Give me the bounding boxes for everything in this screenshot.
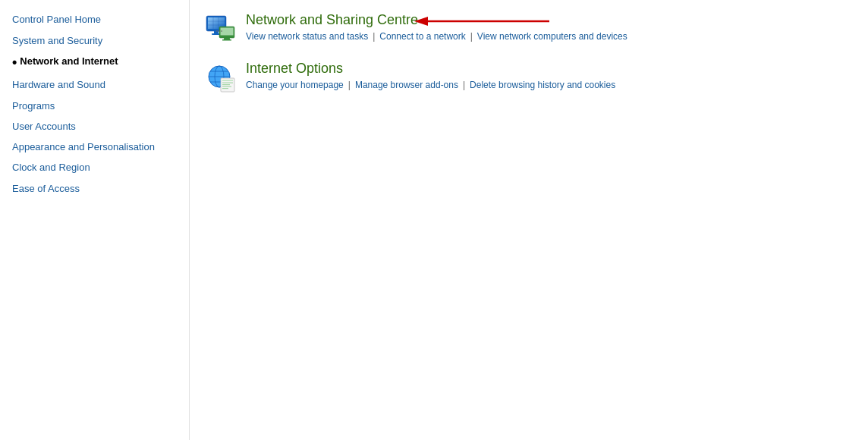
svg-rect-24: [222, 84, 230, 85]
sidebar-item-appearance-personalisation[interactable]: Appearance and Personalisation: [9, 137, 189, 157]
sidebar-link[interactable]: Control Panel Home: [12, 14, 101, 25]
svg-rect-26: [222, 88, 228, 89]
sidebar-link[interactable]: User Accounts: [12, 121, 76, 132]
annotation-arrow: [413, 12, 565, 30]
internet-options-info: Internet OptionsChange your homepage|Man…: [246, 61, 615, 90]
svg-rect-22: [222, 80, 233, 81]
sidebar-label: Network and Internet: [20, 54, 118, 69]
network-sharing-info: Network and Sharing Centre View network …: [246, 12, 627, 42]
section-internet-options: Internet OptionsChange your homepage|Man…: [205, 61, 853, 94]
sidebar-link[interactable]: Appearance and Personalisation: [12, 141, 155, 152]
link-separator: |: [463, 80, 465, 90]
svg-rect-25: [222, 86, 231, 87]
sidebar: Control Panel HomeSystem and Security•Ne…: [0, 0, 190, 440]
sidebar-item-programs[interactable]: Programs: [9, 96, 189, 117]
internet-options-icon: [206, 63, 236, 93]
sidebar-link[interactable]: Clock and Region: [12, 162, 90, 173]
link-view-network-status[interactable]: View network status and tasks: [246, 31, 368, 42]
sidebar-link[interactable]: Ease of Access: [12, 183, 80, 194]
network-sharing-icon: [205, 14, 237, 46]
sidebar-item-network-internet[interactable]: •Network and Internet: [9, 51, 189, 74]
link-separator: |: [373, 31, 375, 42]
sidebar-link[interactable]: Hardware and Sound: [12, 79, 105, 90]
sidebar-item-system-security[interactable]: System and Security: [9, 30, 189, 52]
main-content: Network and Sharing Centre View network …: [190, 0, 868, 440]
sidebar-item-control-panel-home[interactable]: Control Panel Home: [9, 9, 189, 30]
link-delete-history[interactable]: Delete browsing history and cookies: [470, 80, 615, 90]
link-connect-network[interactable]: Connect to a network: [379, 31, 465, 42]
svg-rect-23: [222, 83, 233, 83]
svg-marker-15: [414, 17, 428, 26]
sidebar-item-hardware-sound[interactable]: Hardware and Sound: [9, 74, 189, 96]
sidebar-item-ease-access[interactable]: Ease of Access: [9, 178, 189, 200]
svg-rect-12: [222, 39, 231, 41]
internet-options-links: Change your homepage|Manage browser add-…: [246, 80, 615, 90]
svg-rect-10: [221, 28, 234, 36]
sidebar-link[interactable]: System and Security: [12, 35, 102, 46]
network-sharing-icon: [206, 14, 236, 45]
network-sharing-links: View network status and tasks|Connect to…: [246, 31, 627, 42]
sidebar-item-user-accounts[interactable]: User Accounts: [9, 116, 189, 137]
sidebar-item-clock-region[interactable]: Clock and Region: [9, 157, 189, 178]
internet-options-icon: [205, 62, 237, 94]
link-separator: |: [348, 80, 351, 90]
section-network-sharing: Network and Sharing Centre View network …: [205, 12, 853, 46]
network-sharing-title[interactable]: Network and Sharing Centre: [246, 12, 418, 28]
internet-options-title[interactable]: Internet Options: [246, 61, 343, 77]
link-change-homepage[interactable]: Change your homepage: [246, 80, 344, 90]
sidebar-link[interactable]: Programs: [12, 100, 55, 112]
svg-rect-11: [224, 38, 230, 39]
link-view-computers[interactable]: View network computers and devices: [477, 31, 627, 42]
link-separator: |: [470, 31, 473, 42]
link-manage-addons[interactable]: Manage browser add-ons: [355, 80, 458, 90]
active-bullet: •: [12, 54, 17, 71]
